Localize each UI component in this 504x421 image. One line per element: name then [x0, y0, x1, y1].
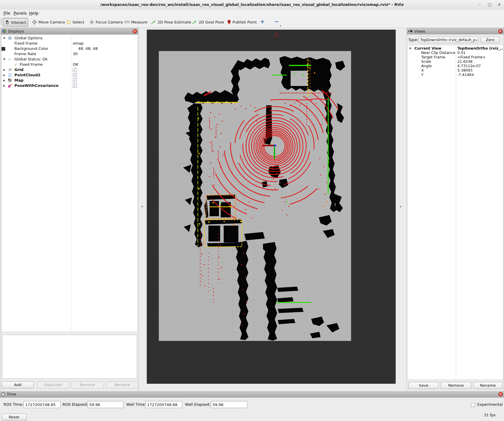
- tree-row-scale[interactable]: Scale 21.6248: [407, 59, 503, 64]
- tree-row-target-frame[interactable]: Target Frame <Fixed Frame>: [407, 55, 503, 59]
- remove-view-button[interactable]: Remove: [441, 382, 471, 389]
- tree-row-fixed-frame[interactable]: Fixed Frame omap: [1, 41, 138, 46]
- expander-open-icon[interactable]: ▼: [3, 57, 5, 62]
- displays-panel: Displays ✕ ▼ Global Options Fixed Frame …: [1, 28, 139, 391]
- 3d-viewport[interactable]: [147, 30, 396, 384]
- title-bar[interactable]: /workspaces/isaac_ros-dev/ros_ws/install…: [0, 0, 504, 10]
- time-panel-title: Time: [7, 392, 16, 396]
- tree-row-y[interactable]: Y -7.41464: [407, 72, 503, 77]
- tree-row-map[interactable]: ▶ Map ✓: [1, 78, 138, 83]
- menu-bar: File Panels Help: [0, 10, 504, 17]
- expander-closed-icon[interactable]: ▶: [3, 78, 5, 83]
- remove-tool-button[interactable]: −▾: [272, 17, 281, 26]
- views-panel-header[interactable]: Views ✕: [407, 28, 504, 34]
- minimize-icon[interactable]: –: [476, 2, 483, 8]
- color-swatch[interactable]: [1, 47, 5, 51]
- display-description-box: [2, 335, 137, 379]
- grid-icon: [8, 68, 12, 72]
- expander-closed-icon[interactable]: ▶: [3, 67, 5, 72]
- menu-help[interactable]: Help: [28, 11, 40, 16]
- clock-icon: [1, 392, 5, 396]
- rename-display-button[interactable]: Rename: [106, 381, 138, 388]
- move-camera-tool-button[interactable]: Move Camera: [30, 18, 67, 26]
- tree-row-current-view[interactable]: ▼ Current View TopDownOrtho (rviz_...: [407, 46, 503, 50]
- toolbar: Interact Move Camera Select Focus Camera…: [0, 17, 504, 28]
- grid-checkbox[interactable]: ✓: [73, 68, 77, 72]
- ros-time-input[interactable]: [23, 401, 61, 408]
- publish-point-tool-label: Publish Point: [232, 20, 257, 24]
- tree-row-global-status[interactable]: ▼ ✓ Global Status: Ok: [1, 57, 138, 62]
- menu-panels-rest: anels: [16, 11, 27, 16]
- hand-icon: [5, 20, 10, 25]
- displays-panel-header[interactable]: Displays ✕: [1, 28, 138, 34]
- view-type-combo[interactable]: TopDownOrtho (rviz_default_p ▾: [419, 37, 478, 43]
- time-panel-header[interactable]: Time ✕: [0, 391, 504, 398]
- expander-open-icon[interactable]: ▼: [409, 46, 411, 51]
- tree-row-frame-rate[interactable]: Frame Rate 30: [1, 51, 138, 57]
- views-close-icon[interactable]: ✕: [498, 29, 503, 33]
- menu-help-accel: H: [29, 11, 32, 16]
- posewithcovariance-checkbox[interactable]: ✓: [73, 84, 77, 88]
- reset-button[interactable]: Reset: [2, 414, 26, 420]
- toolbar-drag-handle[interactable]: [1, 18, 2, 26]
- focus-camera-tool-button[interactable]: Focus Camera: [87, 18, 124, 26]
- expander-open-icon[interactable]: ▼: [3, 35, 5, 41]
- interact-tool-button[interactable]: Interact: [3, 18, 28, 27]
- tree-row-posewithcovariance[interactable]: ▶ PoseWithCovariance ✓: [1, 83, 138, 88]
- time-close-icon[interactable]: ✕: [498, 392, 503, 396]
- map-checkbox[interactable]: ✓: [73, 78, 77, 82]
- rename-view-button[interactable]: Rename: [473, 382, 503, 389]
- publish-point-tool-button[interactable]: Publish Point: [225, 18, 259, 26]
- experimental-label: Experimental: [477, 402, 503, 407]
- tree-row-grid[interactable]: ▶ Grid ✓: [1, 67, 138, 72]
- right-splitter-collapse-arrow[interactable]: ▸: [400, 205, 402, 208]
- tree-row-global-options[interactable]: ▼ Global Options: [1, 35, 138, 41]
- chevron-down-icon: ▾: [280, 24, 281, 27]
- close-window-icon[interactable]: ✕: [495, 2, 503, 8]
- move-camera-tool-label: Move Camera: [38, 20, 65, 24]
- tree-row-background-color[interactable]: Background Color 48; 48; 48: [1, 46, 138, 51]
- duplicate-display-button[interactable]: Duplicate: [37, 381, 69, 388]
- pointcloud2-checkbox[interactable]: ✓: [73, 73, 77, 77]
- pointcloud-icon: [8, 73, 12, 77]
- tree-row-status-fixed-frame[interactable]: ✓ Fixed Frame OK: [1, 62, 138, 67]
- save-view-button[interactable]: Save: [408, 382, 439, 389]
- wall-time-input[interactable]: [145, 401, 182, 408]
- tree-row-pointcloud2[interactable]: ▶ PointCloud2 ✓: [1, 72, 138, 78]
- remove-display-button[interactable]: Remove: [71, 381, 104, 388]
- expander-closed-icon[interactable]: ▶: [3, 72, 5, 78]
- occupancy-map-render: [147, 30, 396, 384]
- zero-button[interactable]: Zero: [481, 37, 500, 43]
- menu-panels[interactable]: Panels: [12, 11, 28, 16]
- views-panel-title: Views: [414, 29, 425, 33]
- ros-elapsed-label: ROS Elapsed:: [63, 401, 88, 408]
- wall-elapsed-input[interactable]: [211, 401, 247, 408]
- goal-pose-tool-button[interactable]: 2D Goal Pose: [190, 18, 226, 26]
- left-splitter-collapse-arrow[interactable]: ◂: [141, 205, 143, 208]
- select-tool-label: Select: [73, 20, 84, 24]
- tree-row-angle[interactable]: Angle 4.73112e-07: [407, 64, 503, 68]
- menu-file-accel: F: [4, 11, 6, 16]
- minus-icon: −: [274, 18, 279, 25]
- select-tool-button[interactable]: Select: [65, 18, 86, 26]
- pose-estimate-tool-button[interactable]: 2D Pose Estimate: [149, 18, 193, 26]
- focus-camera-tool-label: Focus Camera: [96, 20, 123, 24]
- tree-row-near-clip[interactable]: Near Clip Distance 0.01: [407, 50, 503, 55]
- menu-file[interactable]: File: [2, 11, 11, 16]
- ros-elapsed-input[interactable]: [87, 401, 124, 408]
- measure-tool-button[interactable]: Measure: [123, 18, 149, 26]
- add-tool-button[interactable]: +: [258, 17, 267, 26]
- menu-help-rest: elp: [32, 11, 38, 16]
- goal-pose-tool-label: 2D Goal Pose: [199, 20, 224, 24]
- select-icon: [66, 20, 71, 24]
- maximize-icon[interactable]: □: [486, 2, 493, 8]
- status-ok-check-icon: ✓: [14, 62, 17, 67]
- tree-row-x[interactable]: X 5.38093: [407, 68, 503, 72]
- views-column-divider[interactable]: [456, 45, 456, 380]
- expander-closed-icon[interactable]: ▶: [3, 83, 5, 88]
- experimental-checkbox[interactable]: [471, 403, 475, 407]
- add-display-button[interactable]: Add: [2, 381, 34, 388]
- rviz-window: /workspaces/isaac_ros-dev/ros_ws/install…: [0, 0, 504, 421]
- displays-close-icon[interactable]: ✕: [133, 29, 137, 33]
- displays-tree: ▼ Global Options Fixed Frame omap Backgr…: [1, 34, 138, 332]
